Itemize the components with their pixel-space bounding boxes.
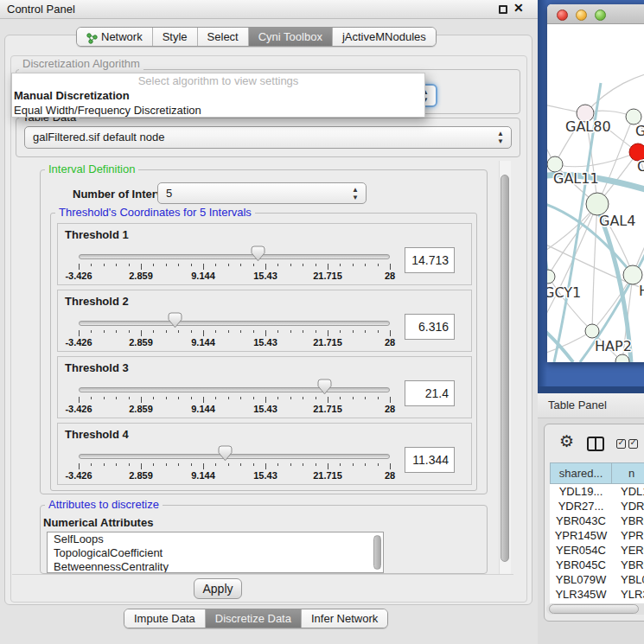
table-row[interactable]: YER054CYER0 <box>550 543 644 558</box>
content-separator <box>12 574 513 575</box>
screen: Control Panel ✕ NetworkStyleSelectCyni T… <box>0 0 644 644</box>
tick-mark <box>91 463 92 466</box>
tick-label: 9.144 <box>191 404 215 414</box>
tab-infer-network[interactable]: Infer Network <box>301 609 387 628</box>
slider-track[interactable] <box>79 254 390 259</box>
float-window-icon[interactable] <box>499 5 507 14</box>
gray-edge[interactable] <box>547 331 592 354</box>
node-unnamed[interactable] <box>615 354 629 362</box>
tick-mark <box>277 463 278 466</box>
gray-edge[interactable] <box>555 152 638 167</box>
number-of-intervals-combobox[interactable]: 5 ▲▼ <box>157 182 367 204</box>
tick-mark <box>353 330 354 333</box>
slider-thumb[interactable] <box>317 379 332 395</box>
tab-jactivemnodules[interactable]: jActiveMNodules <box>332 28 436 46</box>
cell-name: YBR0 <box>612 558 644 572</box>
teal-edge[interactable] <box>547 225 548 277</box>
tick-mark <box>390 264 391 270</box>
table-data-value: galFiltered.sif default node <box>33 131 164 143</box>
tick-mark <box>228 463 229 466</box>
slider-track[interactable] <box>79 321 390 326</box>
threshold-value-field[interactable]: 11.344 <box>405 447 455 473</box>
threshold-value-field[interactable]: 14.713 <box>405 247 455 273</box>
column-header[interactable]: shared... <box>550 462 612 484</box>
threshold-value-field[interactable]: 21.4 <box>405 380 455 406</box>
zoom-traffic-light[interactable] <box>595 10 606 21</box>
tick-mark <box>141 397 142 403</box>
tick-label: 9.144 <box>191 271 215 281</box>
table-row[interactable]: YPR145WYPR1 <box>550 528 644 543</box>
list-scrollbar-thumb[interactable] <box>373 535 381 570</box>
attribute-item-topologicalcoefficient[interactable]: TopologicalCoefficient <box>48 546 383 560</box>
table-row[interactable]: YBL079WYBL0 <box>550 572 644 587</box>
slider-thumb[interactable] <box>168 312 182 328</box>
apply-button[interactable]: Apply <box>194 578 242 599</box>
tick-label: 2.859 <box>129 404 153 414</box>
attribute-item-betweennesscentrality[interactable]: BetweennessCentrality <box>48 560 383 573</box>
algorithm-option-manual-discretization[interactable]: Manual Discretization <box>12 88 424 103</box>
table-row[interactable]: YLR345WYLR3 <box>550 587 644 602</box>
cell-name: YER0 <box>612 543 644 558</box>
algorithm-option-equal-width-frequency-discretization[interactable]: Equal Width/Frequency Discretization <box>12 103 424 118</box>
column-header[interactable]: n <box>612 462 644 484</box>
slider-thumb[interactable] <box>251 245 265 262</box>
table-row[interactable]: YBR043CYBR0 <box>550 513 644 528</box>
desktop-edge <box>538 386 644 393</box>
algorithm-dropdown-popup: Select algorithm to view settings Manual… <box>11 73 425 118</box>
tab-network[interactable]: Network <box>77 28 152 46</box>
table-hscrollbar-thumb[interactable] <box>549 604 639 614</box>
tick-mark <box>365 463 366 466</box>
tick-mark <box>303 264 303 266</box>
slider-track[interactable] <box>79 454 390 459</box>
tab-cyni-toolbox[interactable]: Cyni Toolbox <box>248 28 332 46</box>
slider-track[interactable] <box>79 387 390 392</box>
tick-mark <box>141 463 142 469</box>
table-hscrollbar-track[interactable] <box>546 603 644 615</box>
checkbox-icon[interactable] <box>628 439 638 449</box>
tick-mark <box>116 330 117 333</box>
node-gcy1[interactable] <box>547 270 555 284</box>
numerical-attributes-list[interactable]: SelfLoopsTopologicalCoefficientBetweenne… <box>47 532 384 573</box>
cell-shared-name: YER054C <box>550 543 612 558</box>
tick-mark <box>340 264 341 266</box>
tick-mark <box>141 264 142 270</box>
checkbox-icon[interactable] <box>616 439 626 449</box>
attributes-group-label: Attributes to discretize <box>45 499 163 511</box>
tab-select[interactable]: Select <box>197 28 248 46</box>
split-view-icon[interactable] <box>587 437 604 451</box>
table-data-combobox[interactable]: galFiltered.sif default node ▲▼ <box>24 126 512 149</box>
tab-discretize-data[interactable]: Discretize Data <box>205 609 301 628</box>
close-icon[interactable]: ✕ <box>513 1 524 15</box>
tick-mark <box>390 463 391 469</box>
attribute-item-selfloops[interactable]: SelfLoops <box>48 532 383 546</box>
close-traffic-light[interactable] <box>557 10 568 21</box>
node-label: GAL80 <box>565 118 611 135</box>
node-hap2[interactable] <box>585 324 599 338</box>
table-row[interactable]: YDL19...YDL1 <box>550 484 644 499</box>
slider-tick-labels: -3.4262.8599.14415.4321.71528 <box>79 470 390 481</box>
node-h[interactable] <box>623 265 642 284</box>
tick-label: -3.426 <box>65 470 92 481</box>
tab-style[interactable]: Style <box>152 28 197 46</box>
table-row[interactable]: YBR045CYBR0 <box>550 558 644 572</box>
tick-mark <box>265 397 266 403</box>
table-row[interactable]: YDR27...YDR2 <box>550 499 644 513</box>
gray-edge[interactable] <box>585 71 644 113</box>
minimize-traffic-light[interactable] <box>576 10 587 21</box>
tab-impute-data[interactable]: Impute Data <box>124 609 205 628</box>
network-window-titlebar[interactable] <box>547 4 644 24</box>
gear-icon[interactable]: ⚙ <box>559 431 574 450</box>
node-label: H <box>639 283 644 299</box>
tick-mark <box>228 264 229 266</box>
network-canvas[interactable]: GAL80G.CGAL11GAL4GCY1HHAP2 <box>547 24 644 362</box>
tick-mark <box>104 397 105 399</box>
panel-scrollbar-thumb[interactable] <box>501 175 509 562</box>
threshold-value-field[interactable]: 6.316 <box>405 314 455 340</box>
tab-label: Impute Data <box>134 609 195 628</box>
slider-thumb[interactable] <box>218 445 233 462</box>
tab-label: Discretize Data <box>215 609 291 628</box>
tick-mark <box>178 397 179 399</box>
tick-mark <box>340 397 341 399</box>
node-label: G. <box>635 123 644 139</box>
combo-arrows-icon: ▲▼ <box>496 130 505 145</box>
